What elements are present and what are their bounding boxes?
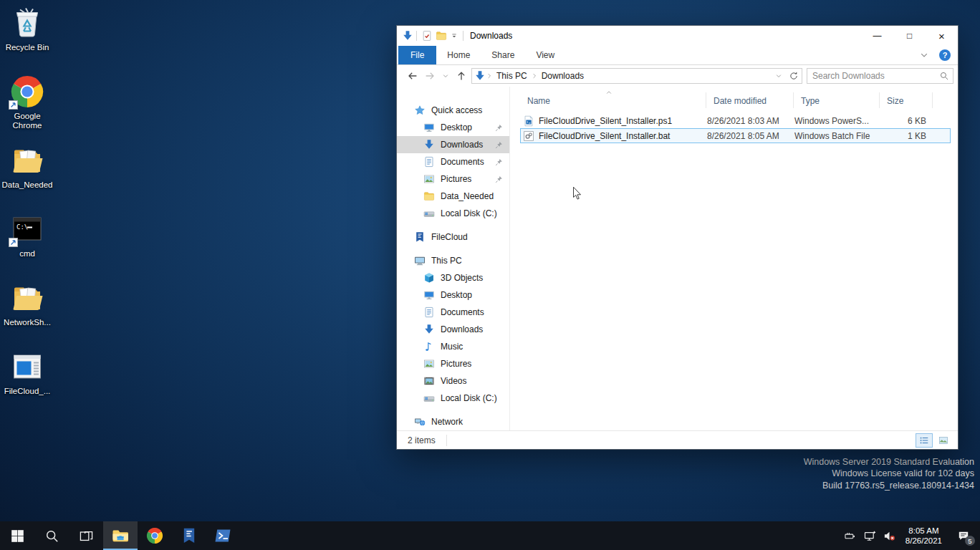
nav-item-label: 3D Objects [441, 273, 483, 283]
pin-icon [494, 158, 504, 167]
search-input[interactable] [812, 71, 939, 81]
nav-item-music[interactable]: Music [397, 338, 509, 355]
file-date-modified: 8/26/2021 8:05 AM [707, 131, 794, 141]
nav-item-pictures[interactable]: Pictures [397, 355, 509, 372]
refresh-button[interactable] [786, 68, 802, 84]
customize-quick-access-button[interactable] [450, 32, 458, 40]
search-button[interactable] [34, 521, 69, 550]
pictures-icon [423, 173, 435, 185]
file-name: FileCloudDrive_Silent_Installer.ps1 [539, 116, 672, 126]
desktop-icon-google-chrome[interactable]: Google Chrome [0, 74, 54, 136]
chrome-button[interactable] [138, 521, 172, 550]
nav-item-documents[interactable]: Documents [397, 304, 509, 321]
volume-muted-button[interactable] [880, 521, 899, 550]
nav-item-label: Desktop [441, 122, 472, 132]
desktop-icon-label: Recycle Bin [6, 43, 49, 52]
watermark-line-3: Build 17763.rs5_release.180914-1434 [804, 480, 974, 492]
address-dropdown-icon[interactable] [774, 72, 783, 80]
up-button[interactable] [456, 70, 467, 82]
tab-file[interactable]: File [398, 46, 436, 64]
desktop[interactable]: Recycle BinGoogle ChromeData_NeededC:\cm… [0, 0, 980, 521]
nav-item-label: Data_Needed [441, 191, 494, 201]
nav-item-quick-access[interactable]: Quick access [397, 102, 509, 119]
desktop-icon-cmd[interactable]: C:\cmd [0, 212, 54, 274]
nav-item-filecloud[interactable]: FileCloud [397, 228, 509, 246]
breadcrumb-this-pc[interactable]: This PC [493, 71, 531, 81]
nav-item-downloads[interactable]: Downloads [397, 321, 509, 338]
tab-home[interactable]: Home [436, 46, 481, 64]
column-header-type[interactable]: Type [794, 92, 880, 108]
desktop-icon-label: NetworkSh... [4, 318, 51, 327]
window-title: Downloads [470, 31, 512, 41]
action-center-button[interactable]: 5 [948, 521, 979, 550]
column-header-label: Name [527, 96, 550, 106]
powershell-button[interactable] [206, 521, 241, 550]
minimize-button[interactable]: — [861, 26, 893, 46]
nav-item-downloads[interactable]: Downloads [397, 136, 509, 153]
documents-icon [423, 307, 435, 318]
nav-item-desktop[interactable]: Desktop [397, 286, 509, 304]
sort-ascending-icon [605, 89, 613, 96]
app-window-icon [10, 349, 44, 384]
desktop-icon-label: Data_Needed [2, 180, 53, 190]
maximize-button[interactable]: □ [893, 26, 926, 46]
nav-item-network[interactable]: Network [397, 413, 509, 430]
file-explorer-button[interactable] [103, 521, 138, 550]
network-button[interactable] [860, 521, 880, 550]
separator [463, 31, 463, 41]
folder-icon [423, 190, 435, 202]
help-button[interactable]: ? [939, 49, 951, 61]
nav-item-local-disk-c[interactable]: Local Disk (C:) [397, 205, 509, 222]
taskbar-clock[interactable]: 8:05 AM 8/26/2021 [899, 526, 948, 546]
desktop-icon-data-needed[interactable]: Data_Needed [0, 143, 54, 205]
column-header-name[interactable]: Name [520, 92, 706, 108]
nav-item-label: Local Disk (C:) [441, 208, 497, 218]
recent-locations-button[interactable] [441, 72, 450, 80]
file-row[interactable]: FileCloudDrive_Silent_Installer.ps18/26/… [520, 113, 951, 128]
folder-files-icon [10, 143, 44, 178]
nav-item-data-needed[interactable]: Data_Needed [397, 188, 509, 205]
status-bar: 2 items [397, 430, 958, 449]
filecloud-button[interactable] [172, 521, 206, 550]
file-type: Windows Batch File [794, 131, 880, 141]
start-button[interactable] [0, 521, 34, 550]
column-header-size[interactable]: Size [880, 92, 933, 108]
desktop-icon-label: FileCloud_... [4, 387, 51, 396]
thumbnails-view-button[interactable] [935, 433, 952, 448]
refresh-icon [789, 71, 799, 81]
nav-item-local-disk-c[interactable]: Local Disk (C:) [397, 390, 509, 407]
nav-item-3d-objects[interactable]: 3D Objects [397, 269, 509, 286]
desktop-icon-label: cmd [19, 249, 35, 259]
column-header-date-modified[interactable]: Date modified [706, 92, 794, 108]
nav-item-label: Local Disk (C:) [441, 393, 497, 403]
file-list-area[interactable]: NameDate modifiedTypeSize FileCloudDrive… [510, 87, 958, 430]
title-bar[interactable]: Downloads — □ × [397, 26, 958, 46]
nav-item-desktop[interactable]: Desktop [397, 119, 509, 136]
nav-item-documents[interactable]: Documents [397, 153, 509, 170]
address-bar[interactable]: This PC Downloads [471, 68, 787, 84]
nav-item-pictures[interactable]: Pictures [397, 170, 509, 188]
tab-view[interactable]: View [525, 46, 565, 64]
nav-item-this-pc[interactable]: This PC [397, 252, 509, 269]
file-row[interactable]: FileCloudDrive_Silent_Installer.bat8/26/… [520, 128, 951, 143]
forward-button[interactable] [424, 70, 436, 82]
tb-filecloud-icon [181, 527, 198, 544]
tab-share[interactable]: Share [481, 46, 525, 64]
new-folder-button[interactable] [436, 30, 447, 42]
power-button[interactable] [841, 521, 860, 550]
details-view-button[interactable] [916, 433, 933, 448]
desktop-icon-recycle-bin[interactable]: Recycle Bin [0, 6, 54, 67]
back-button[interactable] [407, 70, 418, 82]
task-view-button[interactable] [69, 521, 103, 550]
properties-button[interactable] [421, 30, 433, 42]
nav-item-videos[interactable]: Videos [397, 372, 509, 390]
expand-ribbon-icon[interactable] [918, 49, 930, 61]
desktop-icon-networksh[interactable]: NetworkSh... [0, 281, 54, 342]
close-button[interactable]: × [926, 26, 958, 46]
desktop-icon-filecloud[interactable]: FileCloud_... [0, 349, 54, 411]
breadcrumb-downloads[interactable]: Downloads [538, 71, 587, 81]
search-box[interactable] [807, 68, 953, 84]
desktop-icons: Recycle BinGoogle ChromeData_NeededC:\cm… [0, 6, 54, 411]
bat-file-icon [523, 130, 534, 142]
nav-item-label: FileCloud [431, 232, 468, 242]
